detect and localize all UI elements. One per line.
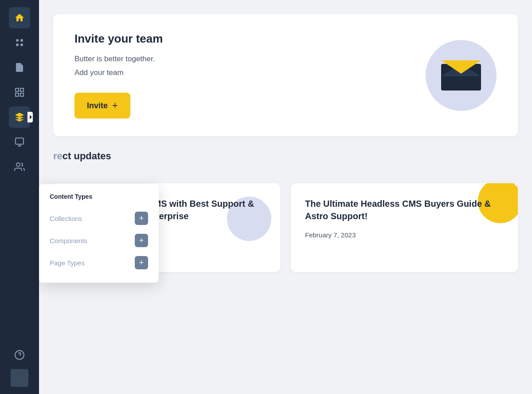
- section-title-text: ct updates: [63, 150, 111, 162]
- add-page-type-button[interactable]: +: [135, 256, 148, 269]
- invite-card: Invite your team Butter is better togeth…: [53, 14, 518, 136]
- invite-button[interactable]: Invite +: [74, 93, 130, 118]
- svg-rect-7: [20, 93, 23, 96]
- sidebar-avatar[interactable]: [11, 369, 28, 387]
- svg-point-9: [16, 163, 20, 166]
- components-label: Components: [50, 237, 87, 244]
- sidebar-grid[interactable]: [9, 82, 30, 103]
- svg-point-0: [16, 39, 19, 42]
- sidebar-pages[interactable]: [9, 57, 30, 78]
- svg-rect-4: [16, 88, 19, 91]
- article-card-2: The Ultimate Headless CMS Buyers Guide &…: [291, 183, 518, 272]
- sidebar-team[interactable]: [9, 156, 30, 177]
- svg-rect-6: [16, 93, 19, 96]
- sidebar-blog[interactable]: [9, 32, 30, 53]
- invite-button-label: Invite: [87, 101, 108, 110]
- sidebar-help[interactable]: [9, 344, 30, 366]
- sidebar: [0, 0, 39, 394]
- section-title: rect updates: [53, 150, 111, 162]
- svg-rect-8: [16, 138, 23, 144]
- svg-point-1: [16, 43, 19, 46]
- article-2-date: February 7, 2023: [305, 231, 504, 239]
- sidebar-home[interactable]: [9, 7, 30, 28]
- svg-rect-5: [20, 88, 23, 91]
- invite-title: Invite your team: [74, 32, 163, 46]
- components-item[interactable]: Components +: [50, 229, 148, 252]
- dropdown-title: Content Types: [50, 193, 148, 200]
- sidebar-content-types[interactable]: [9, 106, 30, 128]
- invite-line1: Butter is better together.: [74, 53, 163, 65]
- add-collection-button[interactable]: +: [135, 212, 148, 225]
- collections-label: Collections: [50, 215, 82, 222]
- collections-item[interactable]: Collections +: [50, 207, 148, 229]
- svg-point-2: [20, 39, 23, 42]
- invite-plus-icon: +: [112, 100, 118, 111]
- invite-text-section: Invite your team Butter is better togeth…: [74, 32, 163, 118]
- invite-line2: Add your team: [74, 67, 163, 79]
- add-component-button[interactable]: +: [135, 234, 148, 247]
- envelope-illustration: [426, 40, 497, 111]
- svg-point-3: [20, 43, 23, 46]
- page-types-label: Page Types: [50, 259, 85, 267]
- envelope-graphic: [441, 60, 481, 91]
- sidebar-media[interactable]: [9, 131, 30, 153]
- content-types-dropdown: Content Types Collections + Components +…: [39, 184, 159, 283]
- article-2-title: The Ultimate Headless CMS Buyers Guide &…: [305, 197, 504, 222]
- page-types-item[interactable]: Page Types +: [50, 252, 148, 274]
